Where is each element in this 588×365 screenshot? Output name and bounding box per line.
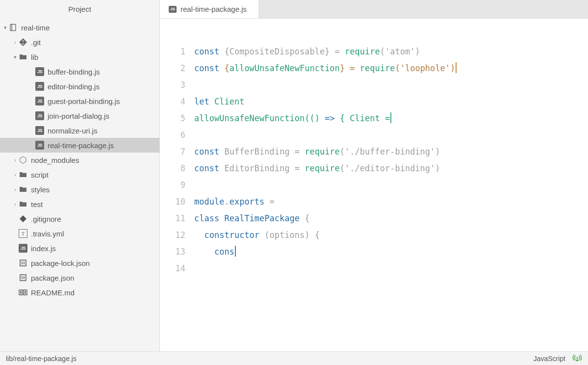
tree-item-label: real-time	[21, 24, 50, 32]
js-file-icon: JS	[35, 111, 44, 120]
tree-item-folder[interactable]: › script	[0, 167, 159, 182]
tree-item-file[interactable]: JS guest-portal-binding.js	[0, 94, 159, 108]
tree-item-label: .git	[31, 38, 41, 47]
git-icon	[19, 38, 27, 47]
tree-item-git[interactable]: › .git	[0, 35, 159, 50]
js-file-icon: JS	[35, 82, 44, 91]
chevron-right-icon[interactable]: ›	[12, 201, 19, 207]
chevron-right-icon[interactable]: ›	[12, 39, 19, 45]
tree-item-label: editor-binding.js	[48, 82, 100, 91]
tree-item-file[interactable]: package.json	[0, 270, 159, 285]
tab-bar: JS real-time-package.js	[160, 0, 588, 19]
js-file-icon: JS	[35, 126, 44, 135]
tree-item-lib[interactable]: ▾ lib	[0, 50, 159, 64]
tree-item-file[interactable]: package-lock.json	[0, 256, 159, 270]
local-cursor	[235, 246, 236, 257]
tree-item-label: .travis.yml	[31, 230, 64, 238]
chevron-right-icon[interactable]: ›	[12, 186, 19, 192]
tree-item-label: script	[31, 171, 49, 179]
teletype-broadcast-icon[interactable]	[572, 353, 582, 364]
readme-icon	[19, 288, 27, 297]
tree-item-label: styles	[31, 185, 50, 194]
chevron-down-icon[interactable]: ▾	[2, 25, 9, 31]
tree-item-file-active[interactable]: JS real-time-package.js	[0, 138, 159, 153]
svg-rect-1	[20, 260, 26, 266]
nodejs-icon	[19, 156, 27, 164]
travis-icon: T	[19, 229, 27, 238]
folder-icon	[19, 170, 27, 179]
tree-item-file[interactable]: .gitignore	[0, 211, 159, 226]
tree-item-folder[interactable]: › styles	[0, 182, 159, 197]
tree-item-label: guest-portal-binding.js	[48, 97, 120, 105]
svg-rect-0	[10, 25, 16, 31]
tree-item-file[interactable]: JS editor-binding.js	[0, 79, 159, 94]
tree-item-label: join-portal-dialog.js	[48, 112, 109, 120]
folder-icon	[19, 185, 27, 194]
js-file-icon: JS	[19, 244, 27, 253]
json-file-icon	[19, 259, 27, 267]
code-content[interactable]: const {CompositeDisposable} = require('a…	[194, 43, 588, 351]
gitignore-icon	[19, 214, 27, 223]
editor-panel: JS real-time-package.js 1234567891011121…	[160, 0, 588, 351]
js-file-icon: JS	[35, 97, 44, 105]
folder-icon	[19, 200, 27, 209]
js-file-icon: JS	[169, 6, 177, 13]
chevron-down-icon[interactable]: ▾	[12, 54, 19, 60]
editor-tab-active[interactable]: JS real-time-package.js	[160, 0, 259, 18]
chevron-right-icon[interactable]: ›	[12, 172, 19, 178]
chevron-right-icon[interactable]: ›	[12, 157, 19, 163]
js-file-icon: JS	[35, 67, 44, 76]
tree-item-label: .gitignore	[31, 215, 61, 223]
tree-item-label: test	[31, 200, 43, 209]
tree-item-label: package-lock.json	[31, 259, 90, 267]
tree-item-file[interactable]: JS buffer-binding.js	[0, 64, 159, 79]
tree-item-file[interactable]: README.md	[0, 285, 159, 300]
tree-item-node-modules[interactable]: › node_modules	[0, 153, 159, 167]
sidebar-title: Project	[0, 0, 159, 18]
folder-open-icon	[19, 52, 27, 61]
repo-icon	[9, 23, 18, 32]
tab-label: real-time-package.js	[180, 5, 247, 13]
tree-item-label: buffer-binding.js	[48, 68, 100, 76]
status-bar: lib/real-time-package.js JavaScript	[0, 351, 588, 365]
tree-item-label: normalize-uri.js	[48, 127, 98, 135]
file-tree: ▾ real-time › .git ▾ lib	[0, 18, 159, 351]
tree-item-file[interactable]: JS normalize-uri.js	[0, 123, 159, 138]
tree-item-file[interactable]: JS join-portal-dialog.js	[0, 108, 159, 123]
status-file-path[interactable]: lib/real-time-package.js	[6, 355, 77, 363]
status-language[interactable]: JavaScript	[534, 355, 565, 363]
line-gutter: 1234567891011121314	[170, 43, 194, 351]
tree-item-label: node_modules	[31, 156, 79, 164]
remote-cursor-orange	[456, 62, 457, 73]
tree-item-label: index.js	[31, 244, 56, 253]
project-sidebar: Project ▾ real-time › .git ▾	[0, 0, 160, 351]
tree-item-folder[interactable]: › test	[0, 197, 159, 211]
tree-item-file[interactable]: JS index.js	[0, 241, 159, 256]
svg-rect-2	[20, 275, 26, 281]
tree-item-label: package.json	[31, 274, 74, 282]
json-file-icon	[19, 273, 27, 282]
js-file-icon: JS	[35, 141, 44, 150]
tree-item-file[interactable]: T .travis.yml	[0, 226, 159, 241]
tree-item-label: lib	[31, 53, 38, 61]
tree-item-label: real-time-package.js	[48, 141, 114, 150]
svg-point-3	[576, 357, 578, 358]
code-editor[interactable]: 1234567891011121314 const {CompositeDisp…	[160, 19, 588, 351]
remote-cursor-green	[390, 112, 391, 123]
tree-root[interactable]: ▾ real-time	[0, 20, 159, 35]
tree-item-label: README.md	[31, 288, 75, 297]
